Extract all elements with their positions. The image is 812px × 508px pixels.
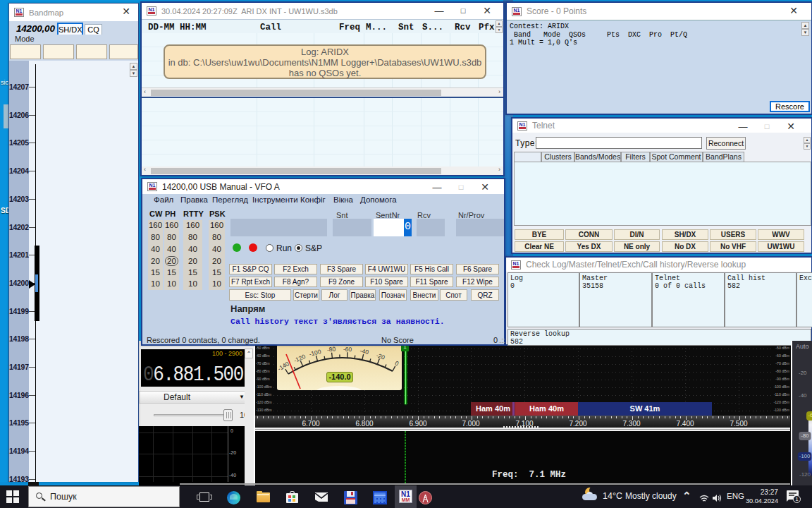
svg-text:-40: -40 [359, 347, 369, 356]
svg-text:0: 0 [394, 359, 400, 367]
svg-text:-60: -60 [343, 346, 352, 353]
svg-text:-100: -100 [308, 348, 321, 358]
svg-text:-20: -20 [376, 351, 386, 361]
svg-text:-140: -140 [277, 360, 290, 372]
svg-text:-120: -120 [293, 353, 307, 364]
svg-text:-80: -80 [326, 345, 336, 353]
